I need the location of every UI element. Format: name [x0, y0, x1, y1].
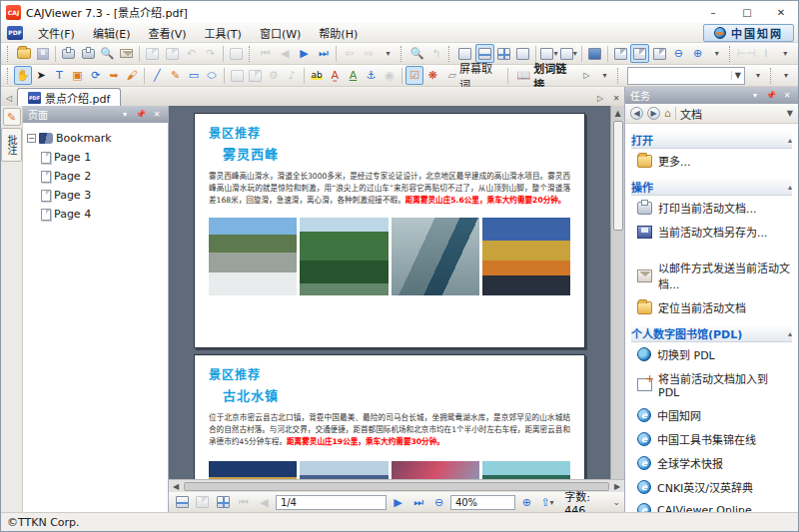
save-as-link[interactable]: 当前活动文档另存为... [631, 220, 792, 244]
vertical-scrollbar[interactable]: ▲ [610, 106, 624, 479]
link-global-express[interactable]: e全球学术快报 [631, 451, 792, 475]
tab-close-button[interactable]: ✕ [608, 90, 624, 106]
task-menu-icon[interactable]: ▾ [749, 91, 761, 100]
fit-width-button[interactable] [611, 44, 630, 63]
task-view-dropdown-icon[interactable]: ▼ [787, 109, 793, 118]
squiggly-button[interactable]: A̰ [326, 66, 344, 85]
ellipse-tool-button[interactable]: ⬭ [203, 66, 221, 85]
last-page-button[interactable]: ⏭ [314, 44, 333, 63]
anchor-button[interactable]: ⚓ [363, 66, 381, 85]
toolbar-overflow-5[interactable]: ▾ [749, 66, 767, 85]
menu-help[interactable]: 帮助(H) [310, 23, 367, 43]
toolbar-overflow-2[interactable]: ▾ [707, 44, 726, 63]
maximize-button[interactable]: □ [730, 1, 764, 23]
menu-file[interactable]: 文件(F) [29, 23, 84, 43]
text-select-button[interactable]: T [50, 66, 68, 85]
select-tool-button[interactable]: ➤ [32, 66, 50, 85]
measure-v-button[interactable]: Ⅰ [756, 44, 775, 63]
note-button[interactable]: ☑ [405, 66, 423, 85]
task-close-icon[interactable]: ✕ [781, 91, 793, 100]
snapshot-button[interactable]: ⟳ [87, 66, 105, 85]
tree-item-page3[interactable]: Page 3 [27, 186, 164, 205]
properties-button[interactable] [227, 44, 246, 63]
menu-window[interactable]: 窗口(W) [251, 23, 310, 43]
panel-menu-icon[interactable]: ▾ [119, 110, 131, 119]
nav-first-button[interactable]: ⏮ [235, 493, 254, 512]
scroll-right-icon[interactable]: ▶ [610, 482, 624, 491]
toolbar-overflow-1[interactable]: ▾ [379, 44, 398, 63]
nav-expand-icon[interactable]: ⌄ [613, 497, 621, 507]
section-open-header[interactable]: 打开▴ [631, 132, 792, 149]
toolbar-grip[interactable] [7, 46, 11, 62]
highlight-button[interactable]: ab [308, 66, 326, 85]
nav-last-button[interactable]: ⏭ [409, 493, 428, 512]
menu-edit[interactable]: 编辑(E) [84, 23, 140, 43]
tree-item-bookmark[interactable]: − Bookmark [27, 129, 164, 148]
panel-close-icon[interactable]: ✕ [151, 110, 163, 119]
undo-button[interactable]: ↶ [182, 44, 201, 63]
page-indicator-field[interactable]: 1/4 [276, 495, 387, 510]
section-operations-header[interactable]: 操作▴ [631, 179, 792, 196]
locate-doc-link[interactable]: 定位当前活动文档 [631, 295, 792, 319]
task-back-button[interactable]: ◀ [630, 107, 643, 120]
paste-button[interactable] [163, 44, 182, 63]
scroll-left-icon[interactable]: ◀ [169, 482, 183, 491]
measure-h-button[interactable]: ⊢⊣ [736, 44, 756, 63]
line2-button[interactable] [228, 66, 246, 85]
toolbar-overflow-3[interactable]: ▾ [776, 44, 795, 63]
print-setup-button[interactable] [79, 44, 98, 63]
line-tool-button[interactable]: ╱ [148, 66, 166, 85]
add-doc-to-pdl-link[interactable]: 将当前活动文档加入到 PDL [631, 366, 792, 403]
link-cnki[interactable]: e中国知网 [631, 403, 792, 427]
print-current-doc-link[interactable]: 打印当前活动文档... [631, 196, 792, 220]
view-mode-grid[interactable] [214, 493, 233, 512]
pencil-tool-button[interactable]: ✎ [166, 66, 184, 85]
sound-note-button[interactable]: ♪ [283, 66, 301, 85]
go-forward-button[interactable]: ⇨ [360, 44, 379, 63]
fit-visible-button[interactable] [649, 44, 668, 63]
panel-pin-icon[interactable]: 📌 [135, 110, 147, 119]
tab-scroll-left[interactable]: ◁ [1, 90, 17, 106]
search-button[interactable]: 🔍 [407, 44, 426, 63]
open-more-link[interactable]: 更多... [631, 149, 792, 173]
search-combobox[interactable]: ▼ [627, 67, 744, 85]
view-mode-thumb[interactable] [194, 493, 213, 512]
annotation-pen-button[interactable]: ✎ [3, 108, 21, 126]
task-forward-button[interactable]: ▶ [647, 107, 660, 120]
save-button[interactable] [33, 44, 52, 63]
collapse-icon[interactable]: − [27, 134, 36, 143]
toolbar-overflow-6[interactable]: ▾ [777, 66, 795, 85]
tree-item-page1[interactable]: Page 1 [27, 148, 164, 167]
first-page-button[interactable]: ⏮ [256, 44, 275, 63]
collapse-arrow-icon[interactable]: ▴ [788, 329, 792, 338]
prev-page-button[interactable]: ◀ [276, 44, 295, 63]
link-cajviewer-online[interactable]: eCAJViewer Online [631, 499, 792, 512]
zoom-out-button[interactable]: ⊖ [669, 44, 688, 63]
nav-zoom-in-button[interactable]: ⊕ [517, 493, 536, 512]
knowledge-net-button[interactable]: ❋ [423, 66, 441, 85]
hscroll-thumb[interactable] [184, 482, 609, 491]
scroll-up-icon[interactable]: ▲ [614, 106, 620, 120]
send-mail-button[interactable] [117, 44, 136, 63]
search-back-button[interactable]: ↰ [426, 44, 445, 63]
brush-button[interactable]: 🖌 [123, 66, 141, 85]
link-reference-books[interactable]: e中国工具书集锦在线 [631, 427, 792, 451]
export-button[interactable]: ➥ [105, 66, 123, 85]
image-select-button[interactable]: ▣ [68, 66, 86, 85]
redo-button[interactable]: ↷ [201, 44, 220, 63]
cnki-button[interactable]: 中国知网 [703, 24, 794, 42]
zoom-level-field[interactable]: 40% [450, 495, 515, 510]
annotation-side-tab[interactable]: 批注 [1, 128, 22, 162]
document-viewport[interactable]: 景区推荐 雾灵西峰 雾灵西峰高山滑水，滑道全长3000多米，是经过专家论证设计，… [169, 106, 624, 479]
nav-next-button[interactable]: ▶ [389, 493, 407, 512]
stamp-button[interactable]: ◉ [381, 66, 399, 85]
gear-button[interactable]: ⚙ [265, 66, 283, 85]
rect-tool-button[interactable]: ▭ [185, 66, 203, 85]
tree-item-page2[interactable]: Page 2 [27, 167, 164, 186]
open-button[interactable] [14, 44, 33, 63]
close-button[interactable]: ✕ [764, 1, 798, 23]
menu-view[interactable]: 查看(V) [139, 23, 195, 43]
collapse-arrow-icon[interactable]: ▴ [788, 183, 792, 192]
switch-to-pdl-link[interactable]: 切换到 PDL [631, 342, 792, 366]
tab-scroll-right[interactable]: ▷ [592, 90, 608, 106]
